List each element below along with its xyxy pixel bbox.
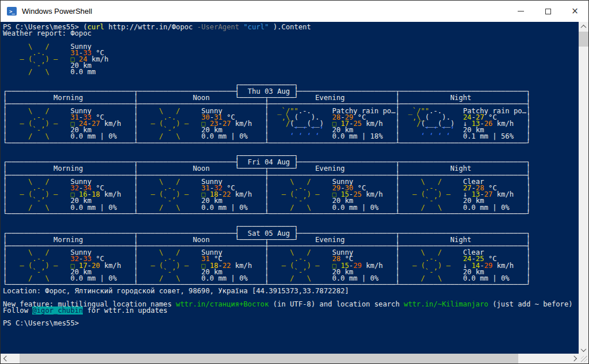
window-title: Windows PowerShell <box>22 7 92 16</box>
chevron-down-icon <box>581 346 587 352</box>
chevron-right-icon <box>571 356 577 362</box>
horizontal-scrollbar[interactable] <box>1 354 580 363</box>
powershell-icon: >_ <box>7 7 17 16</box>
chevron-up-icon <box>581 25 587 30</box>
resize-grip-icon <box>581 356 587 362</box>
vertical-scrollbar-thumb[interactable] <box>579 32 588 47</box>
minimize-button[interactable] <box>507 1 534 22</box>
chevron-left-icon <box>3 356 9 362</box>
scroll-left-button[interactable] <box>1 354 10 363</box>
powershell-window: >_ Windows PowerShell × PS C:\Users\mes5… <box>0 0 589 364</box>
console-content: PS C:\Users\mes55> (curl http://wttr.in/… <box>1 22 588 363</box>
maximize-button[interactable] <box>534 1 561 22</box>
close-button[interactable]: × <box>561 1 588 22</box>
vertical-scrollbar[interactable] <box>579 22 588 355</box>
scroll-up-button[interactable] <box>579 22 588 32</box>
terminal-output: PS C:\Users\mes55> (curl http://wttr.in/… <box>1 22 580 355</box>
resize-corner[interactable] <box>579 354 588 363</box>
horizontal-scrollbar-thumb[interactable] <box>20 354 518 363</box>
minimize-icon <box>518 11 524 12</box>
title-bar[interactable]: >_ Windows PowerShell × <box>1 1 588 22</box>
maximize-icon <box>545 9 551 14</box>
window-controls: × <box>507 1 588 22</box>
close-icon: × <box>571 7 579 16</box>
